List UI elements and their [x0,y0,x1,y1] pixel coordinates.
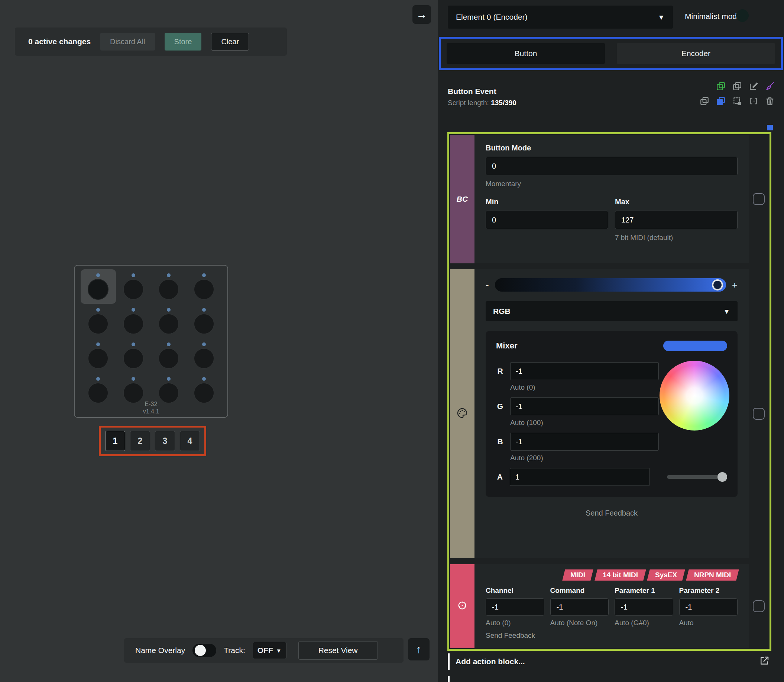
knob[interactable] [88,279,108,300]
block-select-checkbox[interactable] [753,193,765,205]
event-toolbar [676,81,775,106]
knob-icon [456,599,468,613]
add-action-block[interactable]: Add action block... [448,653,525,670]
block-select-checkbox[interactable] [753,408,765,420]
edit-script-icon[interactable] [748,81,759,91]
knob-cell[interactable] [81,304,116,338]
copy-event-icon[interactable] [699,96,710,106]
knob-cell[interactable] [151,338,186,373]
block-select-checkbox[interactable] [753,600,765,612]
knob[interactable] [123,314,144,334]
trash-icon[interactable] [765,96,775,106]
min-input[interactable] [486,210,608,229]
tab-sysex[interactable]: SysEX [647,569,685,581]
paste-all-icon[interactable] [732,81,743,91]
reset-view-button[interactable]: Reset View [298,641,378,660]
channel-a-input[interactable] [510,468,650,486]
knob[interactable] [158,279,179,300]
channel-g-input[interactable] [510,397,659,415]
knob-cell[interactable] [151,304,186,338]
button-mode-block: BC Button Mode Momentary Min Max [450,135,749,263]
knob[interactable] [194,348,214,369]
knob[interactable] [88,348,108,369]
knob-cell[interactable] [151,269,186,304]
color-mode-select[interactable]: RGB ▼ [486,301,738,321]
slider-minus-label[interactable]: - [486,279,489,291]
clean-broom-icon[interactable] [765,81,775,91]
knob-cell[interactable] [116,269,151,304]
element-select[interactable]: Element 0 (Encoder) ▼ [448,6,673,29]
paste-event-icon[interactable] [715,96,726,106]
knob[interactable] [123,348,144,369]
tab-nrpn-midi[interactable]: NRPN MIDI [686,569,739,581]
channel-r-input[interactable] [510,362,659,380]
page-button-2[interactable]: 2 [130,431,150,451]
alpha-slider[interactable] [667,475,727,479]
command-input[interactable] [550,598,609,615]
knob[interactable] [88,314,108,334]
tab-midi[interactable]: MIDI [563,569,594,581]
tab-14bit-midi[interactable]: 14 bit MIDI [594,569,646,581]
clear-button[interactable]: Clear [211,33,249,51]
max-input[interactable] [615,210,738,229]
knob[interactable] [158,314,179,334]
name-overlay-toggle[interactable] [193,644,216,657]
button-mode-label: Button Mode [486,144,738,152]
tab-button[interactable]: Button [447,43,605,64]
slider-knob[interactable] [712,279,723,290]
knob-cell[interactable] [186,338,221,373]
knob-cell[interactable] [186,304,221,338]
intensity-slider[interactable] [495,278,726,292]
block-handle-midi[interactable] [450,564,475,648]
knob-cell[interactable] [116,338,151,373]
discard-all-button[interactable]: Discard All [100,33,155,51]
knob-cell[interactable] [81,338,116,373]
block-handle-color[interactable] [450,269,475,558]
collapse-panel-button[interactable]: → [413,5,431,24]
alpha-slider-knob[interactable] [717,472,727,482]
scroll-position-indicator [767,125,773,131]
led-indicator [132,273,135,277]
scroll-up-button[interactable]: ↑ [408,638,430,660]
send-feedback-button[interactable]: Send Feedback [486,631,738,640]
send-feedback-button[interactable]: Send Feedback [486,509,738,518]
color-wheel[interactable] [660,361,729,430]
page-button-3[interactable]: 3 [155,431,175,451]
min-label: Min [486,198,608,206]
knob-cell[interactable] [186,269,221,304]
button-mode-input[interactable] [486,157,738,175]
knob[interactable] [194,314,214,334]
parameter1-input[interactable] [615,598,673,615]
slider-plus-label[interactable]: + [732,279,738,291]
midi-block-content: MIDI 14 bit MIDI SysEX NRPN MIDI Channel… [475,564,749,648]
knob[interactable] [194,279,214,300]
parameter2-input[interactable] [679,598,738,615]
mixer-color-preview[interactable] [663,341,727,351]
page-button-4[interactable]: 4 [180,431,200,451]
channel-input[interactable] [486,598,544,615]
code-brackets-icon[interactable] [748,96,759,106]
knob[interactable] [123,279,144,300]
action-block-button-mode: BC Button Mode Momentary Min Max [450,135,769,263]
copy-all-icon[interactable] [715,81,726,91]
device-e32[interactable]: E-32 v1.4.1 [74,265,228,418]
color-mode-value: RGB [493,307,510,316]
channel-b-input[interactable] [510,433,659,451]
block-handle-bc[interactable]: BC [450,135,475,263]
right-arrow-icon: → [416,8,427,21]
led-indicator [202,377,206,381]
page-button-1[interactable]: 1 [105,431,125,451]
event-toolbar-row-1 [715,81,775,91]
store-button[interactable]: Store [165,33,202,51]
midi-parameter-columns: Channel Auto (0) Command Auto (Note On) … [486,586,738,627]
select-area-icon[interactable] [732,96,743,106]
midi-col-command: Command Auto (Note On) [550,586,609,627]
knob[interactable] [158,348,179,369]
track-select[interactable]: OFF ▼ [253,642,287,659]
open-external-icon[interactable] [759,655,770,666]
knob-cell[interactable] [81,269,116,304]
tab-encoder[interactable]: Encoder [617,43,775,64]
mixer-title: Mixer [496,341,517,351]
knob-cell[interactable] [116,304,151,338]
block-check-rail [749,564,769,648]
